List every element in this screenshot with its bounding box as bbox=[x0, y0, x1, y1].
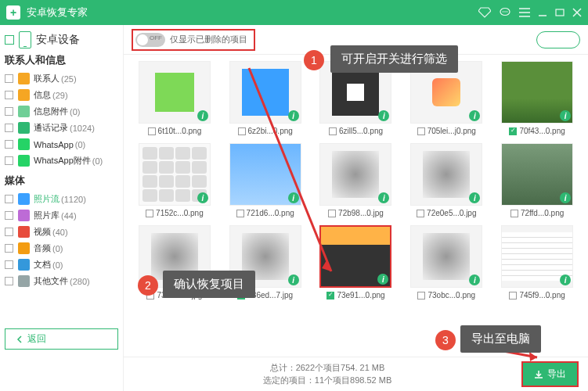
sidebar-item[interactable]: WhatsApp附件 (0) bbox=[5, 152, 118, 169]
back-button[interactable]: 返回 bbox=[5, 328, 118, 350]
file-checkbox[interactable] bbox=[417, 210, 424, 217]
thumbnail-cell[interactable]: i6zill5...0.png bbox=[315, 61, 398, 135]
thumbnail-cell[interactable]: i73obc...0.png bbox=[405, 225, 488, 300]
info-icon[interactable]: i bbox=[378, 110, 389, 121]
thumbnail[interactable]: i bbox=[410, 225, 482, 288]
caption: 721d6...0.png bbox=[236, 209, 294, 217]
deleted-filter-toggle[interactable] bbox=[135, 33, 165, 47]
info-icon[interactable]: i bbox=[288, 192, 299, 203]
item-checkbox[interactable] bbox=[5, 260, 13, 269]
item-count: (29) bbox=[52, 91, 68, 100]
maximize-icon[interactable] bbox=[555, 8, 565, 17]
item-checkbox[interactable] bbox=[5, 195, 13, 203]
info-icon[interactable]: i bbox=[288, 274, 299, 285]
file-checkbox[interactable] bbox=[237, 292, 245, 300]
thumbnail-grid: i6t10t...0.pngi6z2bi...0.pngi6zill5...0.… bbox=[124, 55, 588, 357]
info-icon[interactable]: i bbox=[469, 192, 480, 203]
menu-icon[interactable] bbox=[519, 8, 530, 17]
item-checkbox[interactable] bbox=[5, 244, 13, 253]
thumbnail-cell[interactable]: i6z2bi...0.png bbox=[224, 61, 307, 135]
file-checkbox[interactable] bbox=[417, 127, 425, 135]
thumbnail[interactable]: i bbox=[139, 225, 211, 288]
sidebar-item[interactable]: 联系人 (25) bbox=[5, 70, 118, 87]
thumbnail-cell[interactable]: i6t10t...0.png bbox=[133, 61, 216, 135]
file-checkbox[interactable] bbox=[148, 127, 156, 135]
sidebar-item[interactable]: 信息 (29) bbox=[5, 87, 118, 103]
thumbnail[interactable]: i bbox=[319, 225, 391, 288]
info-icon[interactable]: i bbox=[469, 274, 480, 285]
thumbnail[interactable]: i bbox=[229, 143, 301, 206]
thumbnail-cell[interactable]: i705lei...j0.png bbox=[405, 61, 488, 135]
thumbnail[interactable]: i bbox=[501, 143, 573, 206]
thumbnail-cell[interactable]: i7152c...0.png bbox=[133, 143, 216, 217]
thumbnail-cell[interactable]: i732b3...0.jpg bbox=[133, 225, 216, 300]
thumbnail-cell[interactable]: i72b98...0.jpg bbox=[315, 143, 398, 217]
chat-icon[interactable] bbox=[499, 7, 511, 18]
info-icon[interactable]: i bbox=[560, 110, 571, 121]
file-checkbox[interactable] bbox=[236, 210, 244, 217]
thumbnail[interactable]: i bbox=[501, 225, 573, 288]
thumbnail-cell[interactable]: i736ed...7.jpg bbox=[224, 225, 307, 300]
info-icon[interactable]: i bbox=[197, 274, 208, 285]
info-icon[interactable]: i bbox=[469, 110, 480, 121]
category-icon bbox=[18, 155, 30, 167]
device-row[interactable]: 安卓设备 bbox=[5, 31, 118, 48]
item-checkbox[interactable] bbox=[5, 91, 13, 99]
file-checkbox[interactable] bbox=[328, 210, 336, 217]
file-checkbox[interactable] bbox=[329, 127, 337, 135]
sidebar-item[interactable]: 信息附件 (0) bbox=[5, 103, 118, 120]
file-checkbox[interactable] bbox=[238, 127, 246, 135]
thumbnail-cell[interactable]: i73e91...0.png bbox=[315, 225, 398, 300]
file-checkbox[interactable] bbox=[510, 210, 518, 217]
file-checkbox[interactable] bbox=[509, 292, 517, 300]
info-icon[interactable]: i bbox=[288, 110, 299, 121]
thumbnail[interactable]: i bbox=[229, 61, 301, 124]
thumbnail-cell[interactable]: i721d6...0.png bbox=[224, 143, 307, 217]
sidebar-item[interactable]: 视频 (40) bbox=[5, 224, 118, 240]
thumbnail[interactable]: i bbox=[410, 143, 482, 206]
item-checkbox[interactable] bbox=[5, 140, 13, 149]
sidebar-item[interactable]: 其他文件 (280) bbox=[5, 273, 118, 289]
device-checkbox[interactable] bbox=[5, 35, 14, 45]
sidebar-item[interactable]: 音频 (0) bbox=[5, 240, 118, 256]
thumbnail-cell[interactable]: i70f43...0.png bbox=[496, 61, 579, 135]
info-icon[interactable]: i bbox=[197, 192, 208, 203]
info-icon[interactable]: i bbox=[560, 192, 571, 203]
diamond-icon[interactable] bbox=[478, 7, 491, 18]
item-checkbox[interactable] bbox=[5, 107, 13, 116]
item-checkbox[interactable] bbox=[5, 277, 13, 285]
thumbnail[interactable]: i bbox=[319, 143, 391, 206]
item-checkbox[interactable] bbox=[5, 228, 13, 236]
close-icon[interactable] bbox=[572, 8, 582, 17]
sidebar-item[interactable]: 文档 (0) bbox=[5, 256, 118, 273]
category-icon bbox=[18, 106, 30, 117]
info-icon[interactable]: i bbox=[560, 274, 571, 285]
file-checkbox[interactable] bbox=[326, 292, 334, 300]
file-checkbox[interactable] bbox=[146, 210, 153, 217]
item-checkbox[interactable] bbox=[5, 124, 13, 132]
item-checkbox[interactable] bbox=[5, 156, 13, 165]
info-icon[interactable]: i bbox=[197, 110, 208, 121]
info-icon[interactable]: i bbox=[378, 192, 389, 203]
thumbnail[interactable]: i bbox=[501, 61, 573, 124]
thumbnail[interactable]: i bbox=[139, 61, 211, 124]
thumbnail-cell[interactable]: i72ffd...0.png bbox=[496, 143, 579, 217]
sidebar-item[interactable]: 照片流 (1120) bbox=[5, 191, 118, 207]
item-checkbox[interactable] bbox=[5, 211, 13, 220]
sidebar-item[interactable]: 通话记录 (1024) bbox=[5, 120, 118, 136]
file-checkbox[interactable] bbox=[146, 292, 154, 300]
sidebar-item[interactable]: 照片库 (44) bbox=[5, 207, 118, 224]
search-input[interactable] bbox=[536, 31, 580, 48]
file-checkbox[interactable] bbox=[509, 127, 517, 135]
sidebar-item[interactable]: WhatsApp (0) bbox=[5, 136, 118, 152]
thumbnail[interactable]: i bbox=[410, 61, 482, 124]
thumbnail-cell[interactable]: i745f9...0.png bbox=[496, 225, 579, 300]
export-button[interactable]: 导出 bbox=[521, 361, 579, 387]
thumbnail[interactable]: i bbox=[319, 61, 391, 124]
item-checkbox[interactable] bbox=[5, 74, 13, 83]
thumbnail[interactable]: i bbox=[229, 225, 301, 288]
minimize-icon[interactable] bbox=[538, 8, 547, 17]
thumbnail[interactable]: i bbox=[139, 143, 211, 206]
thumbnail-cell[interactable]: i72e0e5...0.jpg bbox=[405, 143, 488, 217]
file-checkbox[interactable] bbox=[417, 292, 425, 300]
